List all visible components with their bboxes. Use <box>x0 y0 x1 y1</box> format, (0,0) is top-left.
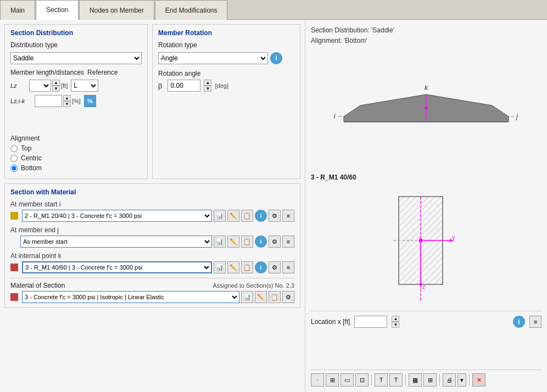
tb-node-btn[interactable]: · <box>311 373 324 387</box>
tb-table-btn[interactable]: ▦ <box>409 373 422 387</box>
rotation-type-select[interactable]: Angle <box>158 52 268 64</box>
material-select[interactable]: 3 - Concrete f'c = 3000 psi | Isotropic … <box>22 291 239 303</box>
location-spinner[interactable]: ▲ ▼ <box>392 316 399 328</box>
end-extra1-btn[interactable]: ⚙ <box>269 236 281 248</box>
internal-info-btn[interactable]: i <box>255 261 267 273</box>
beta-spin-up[interactable]: ▲ <box>204 80 211 86</box>
alignment-bottom-radio[interactable] <box>10 165 18 172</box>
section-with-material-panel: Section with Material At member start i … <box>4 183 300 308</box>
beta-spinner[interactable]: ▲ ▼ <box>204 80 211 92</box>
lzik-spin-down[interactable]: ▼ <box>63 101 71 107</box>
reference-select[interactable]: L <box>71 80 98 92</box>
tb-sep2 <box>405 374 406 385</box>
lzik-row: Lz,i-k 3.50 ▲ ▼ [%] % <box>10 95 142 107</box>
lz-spinner[interactable]: ▲ ▼ <box>52 80 60 92</box>
end-edit-btn[interactable]: ✏️ <box>227 236 239 248</box>
location-filter-btn[interactable]: ≡ <box>529 316 542 328</box>
start-copy-btn[interactable]: 📋 <box>241 210 253 222</box>
tab-end-modifications[interactable]: End Modifications <box>155 0 228 20</box>
material-chart-btn[interactable]: 📊 <box>241 291 253 303</box>
tab-section[interactable]: Section <box>36 0 79 20</box>
location-input[interactable]: 0.00 <box>354 316 387 328</box>
alignment-bottom-label: Bottom <box>21 164 42 172</box>
alignment-centric-radio[interactable] <box>10 155 18 162</box>
internal-edit-btn[interactable]: ✏️ <box>227 261 239 273</box>
member-end-select[interactable]: As member start <box>20 236 212 248</box>
beta-input[interactable] <box>168 80 200 92</box>
start-edit-btn[interactable]: ✏️ <box>227 210 239 222</box>
material-section: Material of Section Assigned to Section(… <box>10 278 294 303</box>
start-chart-btn[interactable]: 📊 <box>214 210 226 222</box>
percent-button[interactable]: % <box>84 95 96 107</box>
internal-color-swatch <box>10 264 18 271</box>
tb-dropdown-btn[interactable]: ▾ <box>457 373 466 387</box>
beta-unit: [deg] <box>215 82 228 89</box>
lz-select[interactable] <box>29 80 51 92</box>
diagram-info-line1: Section Distribution: 'Saddle' <box>311 25 542 36</box>
lzik-spin-up[interactable]: ▲ <box>63 95 71 101</box>
location-bar: Location x [ft] 0.00 ▲ ▼ i ≡ <box>311 311 542 328</box>
svg-text:y: y <box>452 234 455 240</box>
saddle-diagram: i j k <box>311 51 542 171</box>
end-copy-btn[interactable]: 📋 <box>241 236 253 248</box>
alignment-section: Alignment Top Centric Bottom <box>10 135 142 172</box>
lzik-label: Lz,i-k <box>10 98 31 104</box>
location-spin-down[interactable]: ▼ <box>392 322 399 328</box>
internal-point-select[interactable]: 3 - R_M1 40/60 | 3 - Concrete f'c = 3000… <box>22 261 212 273</box>
svg-text:i: i <box>334 113 336 120</box>
distribution-type-select[interactable]: Saddle <box>10 52 142 64</box>
member-rotation-panel: Member Rotation Rotation type Angle i Ro… <box>152 24 300 179</box>
lz-spin-up[interactable]: ▲ <box>52 80 60 86</box>
location-spin-up[interactable]: ▲ <box>392 316 399 322</box>
location-info-btn[interactable]: i <box>513 316 525 328</box>
alignment-bottom-row: Bottom <box>10 164 142 172</box>
end-extra2-btn[interactable]: ≡ <box>282 236 294 248</box>
tb-select-btn[interactable]: ▭ <box>341 373 354 387</box>
start-info-btn[interactable]: i <box>255 210 267 222</box>
main-area: Section Distribution Distribution type S… <box>0 20 547 392</box>
tb-sep1 <box>371 374 372 385</box>
section-distribution-panel: Section Distribution Distribution type S… <box>4 24 148 179</box>
start-extra1-btn[interactable]: ⚙ <box>269 210 281 222</box>
rotation-type-info-button[interactable]: i <box>270 52 282 64</box>
member-start-label: At member start i <box>10 200 294 208</box>
start-color-swatch <box>10 212 18 220</box>
alignment-top-radio[interactable] <box>10 145 18 152</box>
tb-sep4 <box>469 374 470 385</box>
diagram-info: Section Distribution: 'Saddle' Alignment… <box>311 25 542 46</box>
bottom-toolbar: · ⊞ ▭ ⊡ T T ▦ ⊞ 🖨 ▾ ✕ <box>311 369 542 387</box>
svg-text:j: j <box>515 113 518 120</box>
svg-text:k: k <box>425 84 428 92</box>
tb-text-btn[interactable]: T <box>375 373 388 387</box>
svg-text:z: z <box>422 283 426 290</box>
start-extra2-btn[interactable]: ≡ <box>282 210 294 222</box>
member-rotation-title: Member Rotation <box>158 29 294 37</box>
top-columns: Section Distribution Distribution type S… <box>4 24 300 179</box>
beta-spin-down[interactable]: ▼ <box>204 86 211 92</box>
tab-nodes-on-member[interactable]: Nodes on Member <box>79 0 154 20</box>
tb-close-btn[interactable]: ✕ <box>472 373 485 387</box>
material-label: Material of Section <box>10 282 65 289</box>
lz-spin-down[interactable]: ▼ <box>52 86 60 92</box>
internal-chart-btn[interactable]: 📊 <box>214 261 226 273</box>
tb-grid-btn[interactable]: ⊞ <box>326 373 339 387</box>
tb-table2-btn[interactable]: ⊞ <box>423 373 437 387</box>
material-copy-btn[interactable]: 📋 <box>269 291 281 303</box>
internal-copy-btn[interactable]: 📋 <box>241 261 253 273</box>
internal-extra2-btn[interactable]: ≡ <box>282 261 294 273</box>
lzik-spinner[interactable]: ▲ ▼ <box>63 95 71 107</box>
alignment-title: Alignment <box>10 135 142 142</box>
tb-print-btn[interactable]: 🖨 <box>443 373 456 387</box>
end-info-btn[interactable]: i <box>255 236 267 248</box>
lzik-input[interactable]: 3.50 <box>35 95 62 107</box>
tab-main[interactable]: Main <box>0 0 35 20</box>
member-start-row: At member start i 2 - R_M1 20/40 | 3 - C… <box>10 200 294 222</box>
internal-extra1-btn[interactable]: ⚙ <box>269 261 281 273</box>
cross-section-diagram: y z <box>311 186 542 306</box>
end-chart-btn[interactable]: 📊 <box>214 236 226 248</box>
material-extra1-btn[interactable]: ⚙ <box>282 291 294 303</box>
tb-text2-btn[interactable]: T <box>389 373 403 387</box>
member-start-select[interactable]: 2 - R_M1 20/40 | 3 - Concrete f'c = 3000… <box>22 210 212 222</box>
tb-view-btn[interactable]: ⊡ <box>355 373 369 387</box>
material-edit-btn[interactable]: ✏️ <box>255 291 267 303</box>
